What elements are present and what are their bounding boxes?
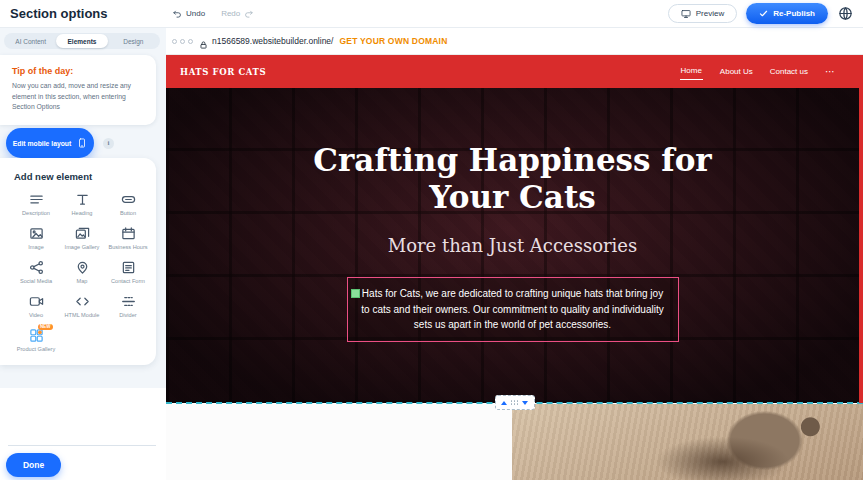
undo-label: Undo [186,9,205,18]
hero-subheading[interactable]: More than Just Accessories [166,235,859,256]
sidebar-tabs: AI Content Elements Design [4,33,160,49]
edit-mobile-layout-label: Edit mobile layout [13,140,72,147]
undo-button[interactable]: Undo [172,9,205,19]
element-item-heading[interactable]: Heading [60,192,104,217]
redo-button[interactable]: Redo [221,9,254,19]
hero-paragraph: Hats for Cats, we are dedicated to craft… [361,288,663,330]
tab-elements[interactable]: Elements [56,34,107,48]
browser-traffic-dots [172,39,193,44]
app-root: Section options Undo Redo Preview Re-Pub… [0,0,863,480]
lock-icon [199,36,208,46]
tip-title: Tip of the day: [12,66,144,76]
element-resize-handle[interactable] [351,289,360,298]
heading-icon [75,192,90,207]
sidebar-divider [8,445,156,446]
element-item-video[interactable]: Video [14,294,58,319]
image-icon [29,226,44,241]
browser-bar: n1566589.websitebuilder.online/ GET YOUR… [166,28,863,55]
business-hours-icon [121,226,136,241]
preview-button[interactable]: Preview [668,4,737,23]
undo-redo-group: Undo Redo [172,9,254,19]
redo-icon [244,9,254,19]
element-item-contact-form[interactable]: Contact Form [106,260,150,285]
button-icon [121,192,136,207]
social-media-icon [29,260,44,275]
tab-ai-content[interactable]: AI Content [5,34,56,48]
section-selection-edge [859,82,863,403]
republish-label: Re-Publish [773,9,815,18]
section-options-sidebar: AI Content Elements Design Tip of the da… [0,28,166,480]
site-canvas: n1566589.websitebuilder.online/ GET YOUR… [166,28,863,480]
section-resize-handle[interactable] [495,395,535,410]
nav-about-us[interactable]: About Us [720,55,753,88]
add-panel-title: Add new element [14,171,150,182]
site-header: HATS FOR CATS Home About Us Contact us ⋯ [166,55,863,88]
map-icon [75,260,90,275]
topbar: Section options Undo Redo Preview Re-Pub… [0,0,863,28]
phone-icon [77,137,87,149]
preview-label: Preview [696,9,724,18]
undo-icon [172,9,182,19]
image-gallery-icon [75,226,90,241]
website-preview: HATS FOR CATS Home About Us Contact us ⋯… [166,55,863,480]
element-item-description[interactable]: Description [14,192,58,217]
redo-label: Redo [221,9,240,18]
hero-heading[interactable]: Crafting Happiness for Your Cats [298,88,728,216]
description-icon [29,192,44,207]
element-item-image[interactable]: Image [14,226,58,251]
tab-design[interactable]: Design [108,34,159,48]
globe-icon [838,6,853,21]
element-grid: Description Heading Button Image Image G… [14,192,150,353]
topbar-actions: Preview Re-Publish [668,3,853,24]
page-title: Section options [10,6,108,21]
element-item-html-module[interactable]: HTML Module [60,294,104,319]
arrow-up-icon [501,401,507,405]
site-logo[interactable]: HATS FOR CATS [180,67,266,77]
edit-mobile-layout-button[interactable]: Edit mobile layout [6,128,94,158]
contact-form-icon [121,260,136,275]
get-domain-link[interactable]: GET YOUR OWN DOMAIN [339,36,447,46]
html-module-icon [75,294,90,309]
add-new-element-panel: Add new element Description Heading Butt… [0,158,156,365]
arrow-down-icon [522,401,528,405]
element-item-divider[interactable]: Divider [106,294,150,319]
hero-paragraph-box[interactable]: Hats for Cats, we are dedicated to craft… [347,277,679,342]
product-gallery-icon: NEW [29,328,44,343]
element-item-product-gallery[interactable]: NEW Product Gallery [14,328,58,353]
republish-button[interactable]: Re-Publish [746,3,828,24]
done-button[interactable]: Done [6,453,61,477]
video-icon [29,294,44,309]
element-item-map[interactable]: Map [60,260,104,285]
next-section [166,404,863,480]
new-badge: NEW [38,324,53,331]
drag-dots-icon [510,400,519,406]
site-url: n1566589.websitebuilder.online/ [212,36,333,46]
info-icon[interactable]: i [103,138,114,149]
mobile-layout-row: Edit mobile layout i [6,128,114,158]
divider-icon [121,294,136,309]
tip-of-the-day-card: Tip of the day: Now you can add, move an… [0,55,156,125]
check-icon [759,9,768,18]
element-item-image-gallery[interactable]: Image Gallery [60,226,104,251]
cat-photo [512,404,863,480]
tip-body: Now you can add, move and resize any ele… [12,81,144,113]
monitor-icon [681,9,691,19]
site-nav: Home About Us Contact us ⋯ [680,55,850,88]
hero-section[interactable]: Crafting Happiness for Your Cats More th… [166,88,863,403]
element-item-business-hours[interactable]: Business Hours [106,226,150,251]
nav-contact-us[interactable]: Contact us [770,55,808,88]
nav-more-icon[interactable]: ⋯ [825,55,835,88]
element-item-button[interactable]: Button [106,192,150,217]
next-section-blank [166,404,512,480]
element-item-social-media[interactable]: Social Media [14,260,58,285]
language-globe-button[interactable] [837,6,853,22]
nav-home[interactable]: Home [680,55,703,88]
